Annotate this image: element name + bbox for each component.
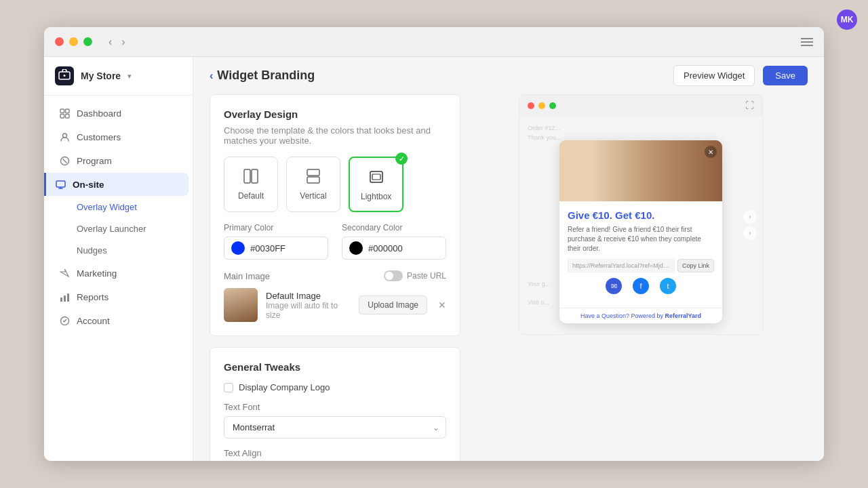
template-vertical-label: Vertical: [300, 191, 326, 201]
preview-expand-icon[interactable]: ⛶: [745, 100, 754, 110]
paste-url-toggle[interactable]: Paste URL: [384, 270, 446, 281]
traffic-light-green[interactable]: [83, 37, 92, 46]
sidebar-item-reports[interactable]: Reports: [48, 285, 189, 308]
menu-line: [801, 45, 813, 46]
template-option-default[interactable]: Default: [224, 157, 278, 212]
widget-link-row: https://ReferralYard.local?ref=Mjd=... C…: [568, 259, 714, 272]
display-logo-checkbox[interactable]: [224, 383, 233, 392]
account-icon: [59, 315, 70, 326]
sidebar-item-dashboard[interactable]: Dashboard: [48, 102, 189, 125]
primary-color-value: #0030FF: [250, 243, 285, 253]
hamburger-menu-icon[interactable]: [801, 38, 813, 46]
sidebar-item-label-account: Account: [77, 316, 110, 326]
back-nav-arrow[interactable]: ‹: [210, 70, 213, 82]
forward-arrow-btn[interactable]: ›: [119, 35, 127, 49]
svg-rect-18: [307, 169, 319, 176]
preview-light-yellow: [538, 102, 545, 109]
svg-rect-14: [67, 293, 69, 302]
overlay-design-card: Overlay Design Choose the template & the…: [210, 94, 460, 336]
widget-footer-brand: ReferralYard: [665, 312, 702, 319]
svg-rect-12: [60, 298, 62, 302]
preview-widget-button[interactable]: Preview Widget: [673, 65, 755, 86]
share-twitter-icon[interactable]: t: [660, 278, 676, 294]
paste-url-label: Paste URL: [407, 271, 446, 281]
sidebar-item-program[interactable]: Program: [48, 149, 189, 172]
sidebar-item-account[interactable]: Account: [48, 309, 189, 332]
template-grid: Default Vertical: [224, 157, 446, 212]
sidebar-item-customers[interactable]: Customers: [48, 125, 189, 148]
content-area: Overlay Design Choose the template & the…: [193, 94, 824, 461]
image-thumbnail: [224, 288, 258, 322]
remove-image-icon[interactable]: ✕: [438, 300, 446, 310]
sidebar-item-label-marketing: Marketing: [77, 268, 117, 279]
svg-rect-3: [65, 109, 69, 113]
tweaks-title: General Tweaks: [224, 361, 446, 373]
primary-color-field: Primary Color #0030FF: [224, 223, 328, 260]
store-name: My Store: [81, 70, 121, 81]
svg-point-23: [660, 151, 676, 170]
share-email-icon[interactable]: ✉: [606, 278, 622, 294]
save-button[interactable]: Save: [763, 66, 808, 85]
sidebar-item-label-reports: Reports: [77, 292, 108, 302]
selected-check-badge: ✓: [395, 152, 408, 165]
store-header[interactable]: My Store ▾: [44, 57, 193, 96]
widget-share-icons: ✉ f t: [568, 278, 714, 294]
sidebar-item-overlay-launcher[interactable]: Overlay Launcher: [48, 218, 189, 239]
svg-rect-2: [60, 109, 64, 113]
secondary-color-value: #000000: [368, 243, 403, 253]
widget-copy-link-button[interactable]: Copy Link: [677, 259, 714, 272]
display-logo-label: Display Company Logo: [239, 382, 330, 392]
top-actions: Preview Widget Save MK: [673, 65, 808, 86]
sidebar-item-label-program: Program: [77, 156, 112, 166]
template-option-lightbox[interactable]: ✓ Lightbox: [349, 157, 403, 212]
overlay-widget-preview: ✕: [559, 140, 722, 323]
sub-nav: Overlay Widget Overlay Launcher Nudges: [44, 197, 193, 261]
sidebar-item-nudges[interactable]: Nudges: [48, 240, 189, 261]
sidebar-item-label-dashboard: Dashboard: [77, 108, 121, 119]
sidebar-item-overlay-widget[interactable]: Overlay Widget: [48, 197, 189, 218]
svg-rect-22: [559, 140, 722, 201]
top-bar: ‹ Widget Branding Preview Widget Save MK: [193, 57, 824, 94]
sidebar-item-label-on-site: On-site: [73, 180, 104, 190]
template-default-icon: [241, 167, 260, 186]
main-content: ‹ Widget Branding Preview Widget Save MK…: [193, 57, 824, 461]
traffic-light-red[interactable]: [55, 37, 64, 46]
traffic-light-yellow[interactable]: [69, 37, 78, 46]
sidebar-item-label-customers: Customers: [77, 132, 121, 142]
app-layout: My Store ▾ Dashboard: [44, 57, 824, 461]
preview-toolbar: ⛶: [519, 95, 762, 116]
customers-icon: [59, 131, 70, 142]
template-default-label: Default: [238, 191, 264, 201]
toggle-switch[interactable]: [384, 270, 403, 281]
browser-window: ‹ › My Store: [44, 27, 824, 461]
preview-arrow-down[interactable]: ›: [743, 226, 757, 240]
secondary-color-field: Secondary Color #000000: [342, 223, 446, 260]
widget-footer-text: Have a Question? Powered by: [580, 312, 665, 319]
primary-color-input[interactable]: #0030FF: [224, 237, 328, 260]
store-icon: [55, 66, 74, 85]
preview-bg-text: Order #12... Thank you...: [528, 124, 715, 142]
sidebar-item-on-site[interactable]: On-site: [44, 173, 189, 196]
template-vertical-icon: [304, 167, 323, 186]
back-arrow-btn[interactable]: ‹: [106, 35, 115, 49]
widget-description: Refer a friend! Give a friend €10 their …: [568, 225, 714, 253]
svg-line-8: [62, 159, 66, 163]
preview-arrow-up[interactable]: ›: [743, 210, 757, 224]
svg-rect-25: [678, 164, 686, 176]
svg-rect-13: [64, 296, 66, 302]
widget-close-icon[interactable]: ✕: [705, 146, 717, 158]
share-facebook-icon[interactable]: f: [633, 278, 649, 294]
secondary-color-input[interactable]: #000000: [342, 237, 446, 260]
nudges-label: Nudges: [77, 245, 107, 256]
svg-rect-24: [660, 170, 676, 190]
image-row: Default Image Image will auto fit to siz…: [224, 288, 446, 322]
template-option-vertical[interactable]: Vertical: [286, 157, 340, 212]
upload-image-button[interactable]: Upload Image: [359, 296, 427, 314]
right-panel: ⛶ Order #12... Thank you... Your g... Vi…: [474, 94, 808, 461]
nav-section: Dashboard Customers: [44, 96, 193, 461]
store-dropdown-arrow[interactable]: ▾: [127, 72, 132, 81]
sidebar-item-marketing[interactable]: Marketing: [48, 262, 189, 285]
text-font-select[interactable]: Montserrat Arial Georgia Roboto: [224, 416, 446, 439]
svg-point-6: [62, 134, 66, 138]
on-site-icon: [55, 179, 66, 190]
